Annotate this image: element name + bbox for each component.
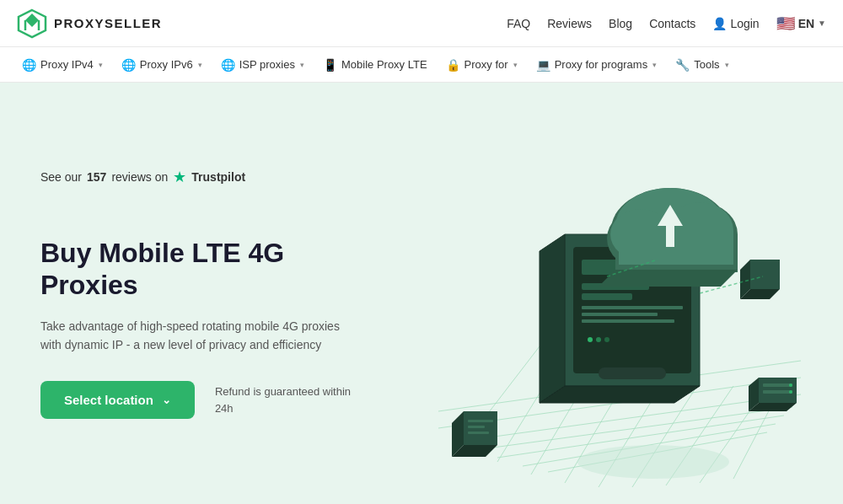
tools-icon: 🔧 (675, 58, 690, 72)
chevron-down-icon: ▾ (300, 61, 304, 69)
chevron-down-icon: ▾ (513, 61, 518, 69)
svg-point-49 (577, 445, 729, 479)
chevron-down-icon: ▼ (818, 19, 826, 28)
chevron-down-icon: ▾ (99, 61, 103, 69)
chevron-down-icon: ▾ (652, 61, 657, 69)
svg-rect-41 (468, 426, 485, 428)
svg-rect-40 (468, 420, 493, 422)
mobile-icon: 📱 (323, 58, 337, 72)
hero-illustration (388, 99, 826, 504)
nav-bar: 🌐 Proxy IPv4 ▾ 🌐 Proxy IPv6 ▾ 🌐 ISP prox… (0, 47, 843, 83)
svg-point-29 (604, 337, 609, 342)
trustpilot-count: 157 (87, 170, 106, 184)
logo[interactable]: PROXYSELLER (17, 8, 162, 39)
svg-rect-23 (582, 293, 632, 300)
chevron-down-icon: ▾ (725, 61, 729, 69)
nav-faq[interactable]: FAQ (507, 17, 530, 30)
trustpilot-row: See our 157 reviews on ★ Trustpilot (40, 168, 354, 186)
nav-proxy-for[interactable]: 🔒 Proxy for ▾ (438, 47, 526, 83)
hero-title: Buy Mobile LTE 4G Proxies (40, 237, 354, 302)
svg-marker-1 (25, 13, 39, 27)
svg-rect-24 (582, 306, 683, 309)
nav-contacts[interactable]: Contacts (649, 17, 695, 30)
svg-point-28 (596, 337, 601, 342)
computer-icon: 💻 (536, 58, 550, 72)
lock-icon: 🔒 (446, 58, 460, 72)
svg-rect-44 (763, 390, 792, 394)
svg-point-45 (789, 383, 792, 387)
nav-reviews[interactable]: Reviews (547, 17, 592, 30)
svg-rect-26 (582, 319, 674, 323)
nav-isp-proxies[interactable]: 🌐 ISP proxies ▾ (212, 47, 313, 83)
flag-icon: 🇺🇸 (776, 14, 795, 33)
hero-content: See our 157 reviews on ★ Trustpilot Buy … (0, 168, 354, 420)
nav-mobile-proxy[interactable]: 📱 Mobile Proxy LTE (314, 47, 436, 83)
globe-icon: 🌐 (121, 58, 136, 72)
person-icon: 👤 (712, 17, 727, 30)
trustpilot-suffix: reviews on (111, 170, 168, 184)
nav-blog[interactable]: Blog (609, 17, 632, 30)
language-selector[interactable]: 🇺🇸 EN ▼ (776, 14, 826, 33)
svg-point-27 (588, 337, 593, 342)
nav-proxy-ipv6[interactable]: 🌐 Proxy IPv6 ▾ (113, 47, 211, 83)
svg-rect-25 (582, 313, 658, 316)
hero-description: Take advantage of high-speed rotating mo… (40, 317, 352, 355)
header: PROXYSELLER FAQ Reviews Blog Contacts 👤 … (0, 0, 843, 47)
svg-rect-43 (763, 383, 792, 387)
illustration-svg (396, 108, 818, 496)
chevron-down-icon: ⌄ (162, 394, 171, 406)
login-button[interactable]: 👤 Login (712, 17, 759, 30)
header-nav: FAQ Reviews Blog Contacts 👤 Login 🇺🇸 EN … (507, 14, 826, 33)
star-icon: ★ (173, 168, 186, 186)
select-location-button[interactable]: Select location ⌄ (40, 381, 195, 419)
globe-icon: 🌐 (221, 58, 235, 72)
hero-cta-row: Select location ⌄ Refund is guaranteed w… (40, 381, 354, 419)
svg-rect-38 (619, 231, 733, 265)
nav-proxy-ipv4[interactable]: 🌐 Proxy IPv4 ▾ (13, 47, 111, 83)
globe-icon: 🌐 (22, 58, 36, 72)
svg-rect-42 (468, 432, 489, 434)
nav-tools[interactable]: 🔧 Tools ▾ (667, 47, 737, 83)
trustpilot-prefix: See our (40, 170, 82, 184)
refund-text: Refund is guaranteed within 24h (215, 383, 351, 416)
hero-section: See our 157 reviews on ★ Trustpilot Buy … (0, 83, 843, 504)
svg-point-46 (789, 390, 792, 394)
svg-rect-30 (599, 367, 666, 379)
chevron-down-icon: ▾ (198, 61, 202, 69)
logo-icon (17, 8, 47, 39)
nav-proxy-for-programs[interactable]: 💻 Proxy for programs ▾ (528, 47, 666, 83)
trustpilot-brand: Trustpilot (191, 170, 245, 184)
logo-text: PROXYSELLER (54, 16, 162, 30)
